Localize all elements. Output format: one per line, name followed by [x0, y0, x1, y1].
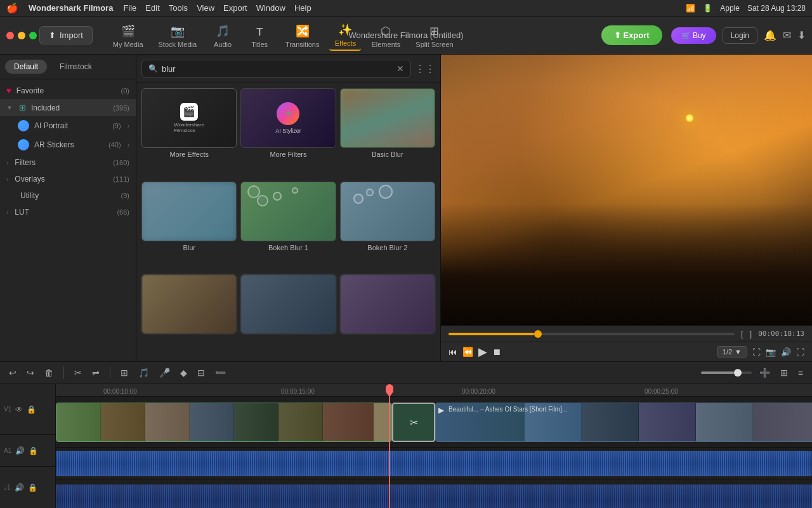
progress-thumb[interactable]	[534, 330, 542, 338]
apple-logo[interactable]: 🍎	[6, 3, 18, 14]
sidebar-label-utility: Utility	[20, 191, 39, 200]
ruler-marker-15: 00:00:15:00	[281, 388, 315, 395]
main-video-clip[interactable]	[56, 403, 392, 442]
nav-audio[interactable]: 🎵 Audio	[207, 22, 239, 51]
mark-out-icon[interactable]: ]	[750, 329, 752, 338]
cut-button[interactable]: ✂	[72, 366, 84, 379]
sidebar-item-ar-stickers[interactable]: AR Stickers (40) ›	[0, 135, 136, 154]
stop-button[interactable]: ⏹	[492, 347, 501, 357]
maximize-button[interactable]	[29, 32, 37, 39]
effect-blur[interactable]: ♡ Blur	[141, 182, 237, 271]
search-clear-button[interactable]: ✕	[396, 64, 404, 74]
close-button[interactable]	[6, 32, 14, 39]
toolbar-nav: 🎬 My Media 📷 Stock Media 🎵 Audio T Title…	[95, 20, 599, 51]
clip-label-text: Beautiful... – Ashes Of Stars [Short Fil…	[449, 406, 567, 413]
after-video-clip[interactable]: ▶ Beautiful... – Ashes Of Stars [Short F…	[435, 403, 812, 442]
audio-track	[56, 448, 812, 479]
nav-my-media[interactable]: 🎬 My Media	[108, 22, 148, 51]
snap-button[interactable]: ⊞	[118, 366, 131, 379]
search-options-button[interactable]: ⋮⋮	[415, 63, 435, 75]
track-audio-icon[interactable]: 🔊	[15, 446, 25, 455]
progress-bar[interactable]	[449, 333, 735, 335]
menu-tools[interactable]: Tools	[169, 3, 188, 13]
overlays-count: (111)	[113, 175, 129, 183]
zoom-in-button[interactable]: ➕	[757, 366, 773, 379]
export-button[interactable]: ⬆ Export	[601, 25, 662, 45]
toolbar-divider-2	[110, 366, 110, 379]
volume-button[interactable]: 🔊	[781, 347, 791, 357]
sidebar-item-overlays[interactable]: › Overlays (111)	[0, 171, 136, 187]
ar-stickers-count: (40)	[108, 141, 121, 149]
nav-titles[interactable]: T Titles	[244, 24, 275, 51]
login-button[interactable]: Login	[723, 27, 757, 44]
timestamp-display: 00:00:18:13	[758, 330, 804, 338]
settings-button[interactable]: ⛶	[796, 347, 804, 357]
menu-help[interactable]: Help	[294, 3, 311, 13]
effect-bokeh-blur-1[interactable]: Bokeh Blur 1	[240, 182, 336, 271]
effect-more-effects[interactable]: 🎬 WondershareFilmstock More Effects	[141, 88, 237, 178]
filters-count: (160)	[113, 159, 129, 166]
mark-in-icon[interactable]: [	[741, 329, 743, 338]
menu-edit[interactable]: Edit	[145, 3, 159, 13]
zoom-track[interactable]	[701, 371, 752, 374]
split-view-button[interactable]: ⊟	[195, 366, 207, 379]
redo-button[interactable]: ↪	[24, 366, 37, 379]
sidebar-label-ai-portrait: AI Portrait	[34, 121, 68, 130]
voice-button[interactable]: 🎤	[157, 366, 173, 379]
snapshot-button[interactable]: 📷	[766, 347, 776, 357]
zoom-thumb[interactable]	[734, 369, 742, 377]
zoom-out-button[interactable]: ➖	[213, 366, 228, 379]
play-button[interactable]: ▶	[478, 345, 487, 359]
effect-basic-blur[interactable]: Basic Blur	[340, 88, 435, 178]
link-button[interactable]: ⇌	[89, 366, 102, 379]
sidebar-item-included[interactable]: ▼ ⊞ Included (395)	[0, 99, 136, 116]
add-track-button[interactable]: ⊞	[778, 366, 790, 379]
audio-snap-button[interactable]: 🎵	[136, 366, 152, 379]
tab-filmstock[interactable]: Filmstock	[51, 60, 101, 74]
timeline: V1 👁 🔒 A1 🔊 🔒 ♩1 🔊 🔒 00:00:10:00 00:00:1…	[0, 384, 812, 508]
track-lock-icon[interactable]: 🔒	[27, 405, 36, 414]
delete-button[interactable]: 🗑	[42, 366, 56, 379]
menu-window[interactable]: Window	[256, 3, 285, 13]
track-number-v1: V1	[4, 406, 11, 413]
search-input[interactable]	[162, 64, 393, 74]
download-icon[interactable]: ⬇	[797, 29, 806, 41]
effect-more-filters[interactable]: ✦ AI Stylizer More Filters	[240, 88, 336, 178]
import-button[interactable]: ⬆ Import	[39, 26, 93, 44]
effect-row3a[interactable]	[141, 274, 237, 356]
effect-row3b[interactable]	[240, 274, 336, 356]
menu-view[interactable]: View	[197, 3, 214, 13]
sidebar-item-ai-portrait[interactable]: AI Portrait (9) ›	[0, 116, 136, 135]
nav-stock-media[interactable]: 📷 Stock Media	[154, 22, 202, 51]
selected-video-clip[interactable]: ✂	[392, 403, 435, 442]
track-eye-icon[interactable]: 👁	[15, 405, 23, 414]
track-audio-lock-icon[interactable]: 🔒	[29, 446, 38, 455]
menu-export[interactable]: Export	[223, 3, 247, 13]
keyframe-button[interactable]: ◆	[178, 366, 190, 379]
buy-button[interactable]: 🛒 Buy	[671, 27, 716, 44]
effect-row3c[interactable]	[340, 274, 435, 356]
time-ratio-selector[interactable]: 1/2 ▼	[717, 346, 747, 358]
chevron-right-icon: ›	[128, 123, 129, 130]
nav-transitions[interactable]: 🔀 Transitions	[280, 22, 324, 51]
list-view-button[interactable]: ≡	[796, 366, 806, 379]
track-music-lock-icon[interactable]: 🔒	[28, 483, 37, 492]
effect-bokeh-blur-2[interactable]: Bokeh Blur 2	[340, 182, 435, 271]
sidebar-item-favorite[interactable]: ♥ Favorite (0)	[0, 82, 136, 99]
menu-file[interactable]: File	[123, 3, 136, 13]
undo-button[interactable]: ↩	[6, 366, 19, 379]
mail-icon[interactable]: ✉	[783, 29, 791, 41]
sidebar-item-filters[interactable]: › Filters (160)	[0, 154, 136, 171]
fullscreen-button[interactable]: ⛶	[752, 347, 761, 357]
minimize-button[interactable]	[18, 32, 25, 39]
sidebar-item-utility[interactable]: Utility (9)	[0, 187, 136, 204]
skip-back-button[interactable]: ⏮	[449, 347, 457, 357]
playhead[interactable]	[389, 384, 390, 508]
toolbar: ⬆ Import 🎬 My Media 📷 Stock Media 🎵 Audi…	[0, 17, 812, 55]
step-back-button[interactable]: ⏪	[462, 347, 473, 357]
notification-icon[interactable]: 🔔	[764, 29, 776, 41]
tab-default[interactable]: Default	[5, 60, 47, 74]
nav-label-split-screen: Split Screen	[416, 41, 453, 48]
track-music-icon[interactable]: 🔊	[15, 483, 24, 492]
sidebar-item-lut[interactable]: › LUT (66)	[0, 204, 136, 220]
